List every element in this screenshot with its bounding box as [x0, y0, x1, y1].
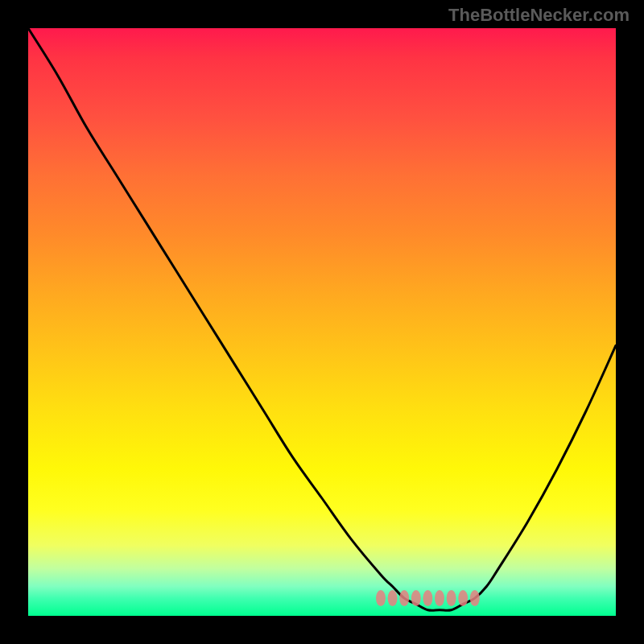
optimal-marker [435, 590, 444, 606]
bottleneck-curve-path [28, 28, 616, 610]
optimal-marker [411, 590, 421, 606]
attribution-watermark: TheBottleNecker.com [448, 5, 630, 26]
marker-layer [376, 590, 480, 606]
optimal-marker [388, 590, 398, 606]
bottleneck-chart [28, 28, 616, 616]
curve-layer [28, 28, 616, 610]
optimal-marker [458, 590, 468, 606]
optimal-marker [470, 590, 480, 606]
optimal-marker [376, 590, 386, 606]
optimal-marker [447, 590, 456, 606]
optimal-marker [399, 590, 409, 606]
optimal-marker [423, 590, 432, 606]
